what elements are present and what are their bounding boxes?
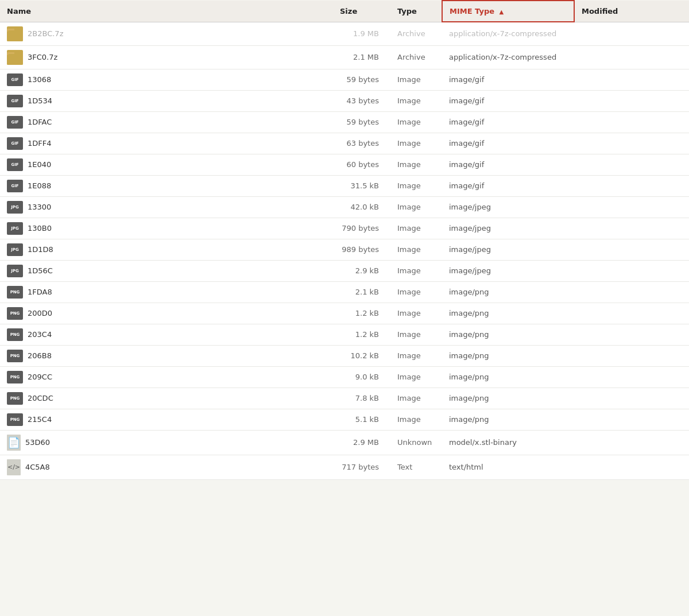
svg-rect-2	[8, 30, 22, 40]
type-cell: Image	[390, 409, 442, 430]
mime-cell: image/png	[442, 366, 574, 388]
table-row[interactable]: PNG209CC9.0 kBImageimage/png	[0, 366, 689, 388]
size-cell: 717 bytes	[333, 455, 390, 479]
file-name: 1D56C	[28, 266, 53, 275]
file-name: 130B0	[28, 224, 52, 233]
file-type-icon	[7, 26, 23, 41]
modified-cell	[574, 175, 689, 196]
file-name: 1DFAC	[28, 118, 52, 126]
col-header-modified[interactable]: Modified	[574, 1, 689, 22]
table-row[interactable]: GIF1D53443 bytesImageimage/gif	[0, 90, 689, 111]
size-cell: 59 bytes	[333, 111, 390, 133]
modified-cell	[574, 45, 689, 69]
size-cell: 10.2 kB	[333, 345, 390, 366]
name-cell: GIF1DFAC	[0, 112, 333, 133]
file-type-icon: GIF	[7, 116, 23, 129]
modified-cell	[574, 281, 689, 303]
table-row[interactable]: 3FC0.7z2.1 MBArchiveapplication/x-7z-com…	[0, 45, 689, 69]
table-row[interactable]: PNG20CDC7.8 kBImageimage/png	[0, 388, 689, 409]
file-type-icon: GIF	[7, 158, 23, 171]
mime-cell: image/jpeg	[442, 260, 574, 281]
size-cell: 43 bytes	[333, 90, 390, 111]
mime-cell: image/jpeg	[442, 239, 574, 260]
table-row[interactable]: PNG203C41.2 kBImageimage/png	[0, 324, 689, 345]
type-cell: Image	[390, 218, 442, 239]
name-cell: GIF1D534	[0, 91, 333, 111]
file-type-icon: GIF	[7, 73, 23, 86]
size-cell: 9.0 kB	[333, 366, 390, 388]
name-cell: 2B2BC.7z	[0, 22, 333, 45]
table-row[interactable]: 📄53D602.9 MBUnknownmodel/x.stl-binary	[0, 430, 689, 455]
modified-cell	[574, 366, 689, 388]
file-name: 20CDC	[28, 394, 53, 402]
modified-cell	[574, 133, 689, 154]
col-header-name[interactable]: Name	[0, 1, 333, 22]
file-type-icon: PNG	[7, 350, 23, 362]
type-cell: Image	[390, 324, 442, 345]
modified-cell	[574, 260, 689, 281]
size-cell: 5.1 kB	[333, 409, 390, 430]
type-cell: Image	[390, 345, 442, 366]
name-cell: GIF1DFF4	[0, 133, 333, 154]
type-cell: Unknown	[390, 430, 442, 455]
size-cell: 59 bytes	[333, 69, 390, 90]
table-row[interactable]: PNG206B810.2 kBImageimage/png	[0, 345, 689, 366]
mime-cell: image/jpeg	[442, 196, 574, 218]
mime-cell: model/x.stl-binary	[442, 430, 574, 455]
name-cell: PNG215C4	[0, 409, 333, 430]
mime-cell: image/gif	[442, 175, 574, 196]
modified-cell	[574, 90, 689, 111]
file-type-icon: PNG	[7, 392, 23, 405]
col-header-size[interactable]: Size	[333, 1, 390, 22]
file-name: 4C5A8	[25, 463, 50, 471]
table-row[interactable]: JPG1D1D8989 bytesImageimage/jpeg	[0, 239, 689, 260]
type-cell: Image	[390, 366, 442, 388]
file-name: 3FC0.7z	[28, 53, 57, 61]
size-cell: 1.9 MB	[333, 22, 390, 45]
file-name: 209CC	[28, 373, 52, 381]
name-cell: GIF1E088	[0, 176, 333, 196]
name-cell: 📄53D60	[0, 431, 333, 455]
modified-cell	[574, 303, 689, 324]
mime-cell: application/x-7z-compressed	[442, 22, 574, 45]
table-row[interactable]: GIF1DFAC59 bytesImageimage/gif	[0, 111, 689, 133]
table-row[interactable]: GIF1E08831.5 kBImageimage/gif	[0, 175, 689, 196]
file-name: 1D1D8	[28, 245, 53, 254]
table-row[interactable]: JPG1D56C2.9 kBImageimage/jpeg	[0, 260, 689, 281]
mime-cell: text/html	[442, 455, 574, 479]
table-row[interactable]: PNG1FDA82.1 kBImageimage/png	[0, 281, 689, 303]
file-name: 1DFF4	[28, 139, 52, 148]
mime-cell: image/gif	[442, 111, 574, 133]
file-name: 2B2BC.7z	[28, 29, 63, 38]
file-name: 13068	[28, 75, 51, 84]
table-row[interactable]: PNG215C45.1 kBImageimage/png	[0, 409, 689, 430]
file-type-icon: JPG	[7, 222, 23, 235]
size-cell: 2.1 MB	[333, 45, 390, 69]
table-row[interactable]: GIF1DFF463 bytesImageimage/gif	[0, 133, 689, 154]
table-row[interactable]: </>4C5A8717 bytesTexttext/html	[0, 455, 689, 479]
col-header-mime[interactable]: MIME Type ▲	[442, 1, 574, 22]
type-cell: Image	[390, 175, 442, 196]
table-row[interactable]: 2B2BC.7z1.9 MBArchiveapplication/x-7z-co…	[0, 22, 689, 45]
modified-cell	[574, 345, 689, 366]
file-name: 200D0	[28, 309, 52, 317]
type-cell: Image	[390, 90, 442, 111]
name-cell: PNG20CDC	[0, 388, 333, 409]
table-row[interactable]: JPG130B0790 bytesImageimage/jpeg	[0, 218, 689, 239]
file-type-icon: GIF	[7, 95, 23, 107]
table-row[interactable]: JPG1330042.0 kBImageimage/jpeg	[0, 196, 689, 218]
file-type-icon	[7, 50, 23, 65]
mime-cell: image/gif	[442, 154, 574, 175]
type-cell: Image	[390, 260, 442, 281]
name-cell: PNG209CC	[0, 367, 333, 388]
size-cell: 989 bytes	[333, 239, 390, 260]
type-cell: Image	[390, 196, 442, 218]
file-name: 1E040	[28, 160, 51, 169]
col-header-type[interactable]: Type	[390, 1, 442, 22]
table-row[interactable]: GIF1306859 bytesImageimage/gif	[0, 69, 689, 90]
table-row[interactable]: GIF1E04060 bytesImageimage/gif	[0, 154, 689, 175]
type-cell: Archive	[390, 45, 442, 69]
table-row[interactable]: PNG200D01.2 kBImageimage/png	[0, 303, 689, 324]
modified-cell	[574, 69, 689, 90]
modified-cell	[574, 154, 689, 175]
